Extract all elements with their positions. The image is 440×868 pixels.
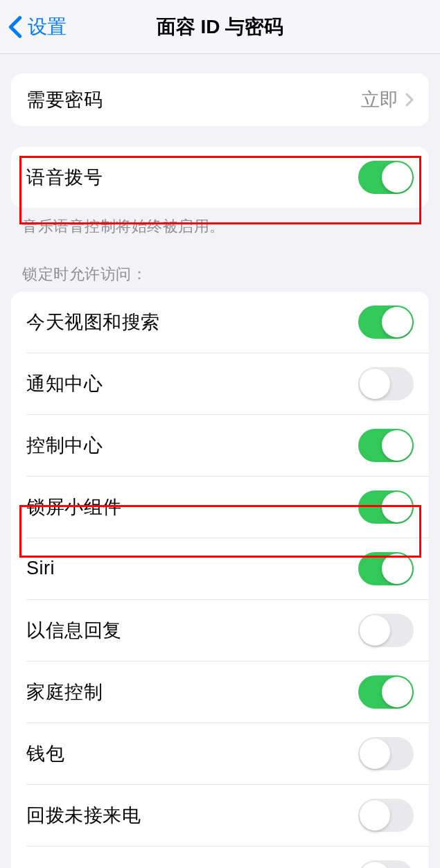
- page-title: 面容 ID 与密码: [157, 14, 284, 40]
- locked-access-label: USB 配件: [26, 865, 109, 868]
- locked-access-row: 回拨未接来电: [26, 784, 429, 846]
- passcode-group: 需要密码 立即: [11, 73, 429, 126]
- locked-access-toggle[interactable]: [358, 675, 414, 709]
- toggle-knob: [360, 615, 390, 646]
- locked-access-toggle[interactable]: [358, 799, 414, 832]
- locked-access-toggle[interactable]: [358, 737, 414, 770]
- locked-access-row: 钱包: [26, 723, 429, 784]
- toggle-knob: [360, 738, 390, 769]
- locked-access-label: 回拨未接来电: [26, 803, 141, 828]
- back-label: 设置: [28, 14, 67, 40]
- locked-access-toggle[interactable]: [358, 367, 414, 400]
- toggle-knob: [382, 677, 412, 707]
- chevron-right-icon: [405, 93, 414, 107]
- toggle-knob: [382, 492, 412, 522]
- voice-dial-toggle[interactable]: [358, 161, 414, 194]
- locked-access-label: Siri: [26, 558, 55, 579]
- locked-access-toggle[interactable]: [358, 490, 414, 524]
- back-button[interactable]: 设置: [0, 14, 67, 40]
- require-passcode-label: 需要密码: [26, 87, 103, 112]
- locked-access-label: 通知中心: [26, 371, 103, 396]
- require-passcode-row[interactable]: 需要密码 立即: [11, 73, 429, 126]
- require-passcode-value: 立即: [361, 87, 414, 112]
- locked-access-label: 锁屏小组件: [26, 495, 122, 520]
- locked-access-row: 控制中心: [26, 414, 429, 476]
- locked-access-row: 通知中心: [26, 353, 429, 414]
- toggle-knob: [382, 430, 412, 461]
- locked-access-row: 以信息回复: [26, 599, 429, 661]
- toggle-knob: [382, 553, 412, 584]
- locked-access-row: Siri: [26, 538, 429, 599]
- locked-access-label: 控制中心: [26, 433, 103, 458]
- locked-access-row: USB 配件: [26, 846, 429, 868]
- chevron-left-icon: [8, 15, 22, 39]
- locked-access-toggle[interactable]: [358, 429, 414, 462]
- locked-access-toggle[interactable]: [358, 614, 414, 647]
- toggle-knob: [382, 307, 412, 337]
- toggle-knob: [382, 162, 412, 193]
- toggle-knob: [360, 369, 390, 399]
- locked-access-label: 家庭控制: [26, 680, 103, 705]
- voice-dial-group: 语音拨号: [11, 147, 429, 208]
- voice-dial-footer: 音乐语音控制将始终被启用。: [0, 208, 440, 238]
- locked-access-label: 以信息回复: [26, 618, 122, 643]
- voice-dial-row: 语音拨号: [11, 147, 429, 208]
- locked-access-row: 家庭控制: [26, 661, 429, 723]
- locked-access-group: 今天视图和搜索通知中心控制中心锁屏小组件Siri以信息回复家庭控制钱包回拨未接来…: [11, 292, 429, 868]
- locked-access-header: 锁定时允许访问：: [0, 238, 440, 292]
- locked-access-label: 今天视图和搜索: [26, 310, 160, 335]
- locked-access-toggle[interactable]: [358, 860, 414, 868]
- nav-bar: 设置 面容 ID 与密码: [0, 0, 440, 54]
- voice-dial-label: 语音拨号: [26, 165, 103, 190]
- toggle-knob: [360, 862, 390, 868]
- locked-access-label: 钱包: [26, 741, 64, 766]
- toggle-knob: [360, 800, 390, 831]
- locked-access-toggle[interactable]: [358, 552, 414, 585]
- locked-access-row: 今天视图和搜索: [11, 292, 429, 353]
- locked-access-toggle[interactable]: [358, 305, 414, 339]
- locked-access-row: 锁屏小组件: [26, 476, 429, 538]
